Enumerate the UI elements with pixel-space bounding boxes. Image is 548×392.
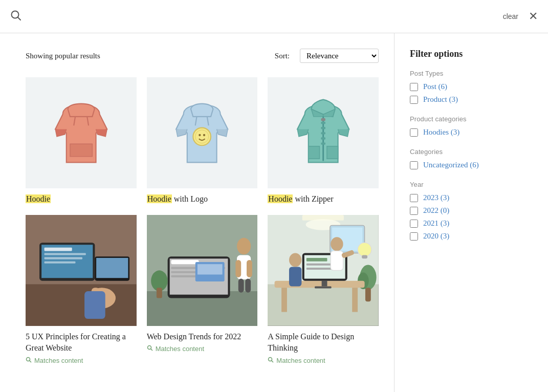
filter-title: Filter options	[410, 49, 533, 59]
filter-option-hoodies[interactable]: Hoodies (3)	[410, 128, 533, 137]
svg-line-32	[30, 360, 32, 362]
filter-label-2021: 2021 (3)	[423, 219, 449, 228]
svg-point-74	[289, 253, 301, 267]
filter-label-uncategorized: Uncategorized (6)	[423, 161, 479, 169]
filter-section-title-post-types: Post Types	[410, 70, 533, 77]
svg-line-52	[150, 349, 152, 351]
filter-option-2020[interactable]: 2020 (3)	[410, 232, 533, 241]
svg-rect-23	[45, 257, 82, 259]
results-area: Showing popular results Sort: Relevance …	[0, 33, 394, 392]
filter-option-post[interactable]: Post (6)	[410, 82, 533, 91]
highlight-hoodie-zipper: Hoodie	[268, 194, 293, 203]
svg-rect-48	[245, 279, 251, 293]
svg-rect-37	[171, 260, 199, 264]
product-card-hoodie-logo[interactable]: Hoodie with Logo	[147, 77, 258, 205]
filter-label-hoodies: Hoodies (3)	[423, 128, 459, 137]
product-image-hoodie-logo	[147, 77, 258, 188]
matches-label-webdesign: Matches content	[156, 345, 204, 353]
matches-content-design-thinking: Matches content	[268, 357, 379, 364]
filter-sidebar: Filter options Post Types Post (6) Produ…	[394, 33, 548, 392]
product-title-hoodie-zipper: Hoodie with Zipper	[268, 193, 379, 205]
svg-rect-70	[322, 281, 327, 287]
filter-checkbox-2023[interactable]	[410, 194, 418, 202]
matches-search-icon-webdesign	[147, 345, 153, 353]
product-title-hoodie: Hoodie	[26, 193, 137, 205]
svg-point-43	[237, 238, 251, 255]
svg-point-76	[331, 237, 343, 251]
product-card-ux-post[interactable]: 5 UX Principles for Creating a Great Web…	[26, 215, 137, 364]
product-card-hoodie-zipper[interactable]: Hoodie with Zipper	[268, 77, 379, 205]
showing-text: Showing popular results	[26, 52, 100, 60]
search-input[interactable]: hoodie	[29, 11, 503, 23]
filter-checkbox-2021[interactable]	[410, 220, 418, 228]
filter-option-2023[interactable]: 2023 (3)	[410, 193, 533, 202]
filter-checkbox-product[interactable]	[410, 96, 418, 104]
product-image-hoodie	[26, 77, 137, 188]
svg-rect-45	[235, 260, 241, 277]
svg-line-1	[18, 17, 21, 20]
svg-rect-22	[45, 253, 86, 255]
svg-rect-73	[362, 255, 367, 259]
matches-content-webdesign: Matches content	[147, 345, 258, 353]
filter-section-post-types: Post Types Post (6) Product (3)	[410, 70, 533, 104]
svg-point-31	[27, 357, 30, 361]
product-card-design-thinking[interactable]: A Simple Guide to Design Thinking Matche…	[268, 215, 379, 364]
product-image-design-thinking	[268, 215, 379, 326]
svg-rect-63	[281, 288, 287, 312]
svg-rect-14	[321, 137, 325, 139]
sort-label: Sort:	[275, 52, 290, 60]
filter-option-2022[interactable]: 2022 (0)	[410, 206, 533, 215]
svg-rect-15	[321, 142, 325, 144]
filter-section-title-categories: Categories	[410, 148, 533, 156]
filter-label-2023: 2023 (3)	[423, 193, 449, 202]
filter-section-title-year: Year	[410, 181, 533, 188]
svg-point-5	[195, 130, 209, 143]
filter-section-title-product-categories: Product categories	[410, 115, 533, 123]
matches-label-ux: Matches content	[34, 357, 83, 364]
svg-rect-64	[353, 288, 358, 312]
svg-rect-71	[315, 287, 332, 289]
product-image-hoodie-zipper	[268, 77, 379, 188]
filter-option-uncategorized[interactable]: Uncategorized (6)	[410, 161, 533, 169]
highlight-hoodie-logo: Hoodie	[147, 194, 172, 203]
filter-checkbox-2022[interactable]	[410, 207, 418, 215]
svg-rect-12	[321, 127, 325, 129]
results-header: Showing popular results Sort: Relevance …	[26, 49, 379, 63]
matches-search-icon-design-thinking	[268, 357, 274, 364]
product-title-webdesign: Web Design Trends for 2022	[147, 331, 258, 342]
matches-search-icon-ux	[26, 357, 32, 364]
svg-rect-77	[331, 251, 343, 270]
filter-checkbox-post[interactable]	[410, 83, 418, 91]
svg-point-7	[203, 134, 205, 136]
filter-section-year: Year 2023 (3) 2022 (0) 2021 (3) 2020 (3)	[410, 181, 533, 241]
svg-rect-18	[26, 284, 137, 325]
product-title-hoodie-logo: Hoodie with Logo	[147, 193, 258, 205]
filter-label-2020: 2020 (3)	[423, 232, 449, 241]
svg-point-79	[269, 357, 272, 361]
filter-section-categories: Categories Uncategorized (6)	[410, 148, 533, 169]
svg-rect-75	[289, 267, 301, 287]
svg-rect-13	[321, 132, 325, 134]
filter-checkbox-2020[interactable]	[410, 232, 418, 241]
svg-rect-67	[306, 258, 327, 262]
svg-point-51	[147, 346, 151, 350]
filter-checkbox-uncategorized[interactable]	[410, 161, 418, 169]
matches-content-ux: Matches content	[26, 357, 137, 364]
svg-rect-24	[45, 262, 76, 264]
product-title-design-thinking: A Simple Guide to Design Thinking	[268, 331, 379, 354]
filter-checkbox-hoodies[interactable]	[410, 128, 418, 137]
product-card-hoodie[interactable]: Hoodie	[26, 77, 137, 205]
svg-point-72	[358, 243, 371, 256]
svg-rect-28	[84, 291, 105, 319]
product-image-ux	[26, 215, 137, 326]
filter-option-2021[interactable]: 2021 (3)	[410, 219, 533, 228]
filter-option-product[interactable]: Product (3)	[410, 95, 533, 104]
svg-point-6	[199, 134, 201, 136]
clear-button[interactable]: clear	[503, 12, 518, 20]
product-card-webdesign[interactable]: Web Design Trends for 2022 Matches conte…	[147, 215, 258, 364]
search-icon	[10, 10, 21, 24]
close-button[interactable]: ✕	[529, 10, 538, 23]
sort-select[interactable]: Relevance Date Price: Low to High Price:…	[300, 49, 379, 63]
svg-rect-16	[321, 118, 325, 121]
svg-rect-42	[198, 264, 223, 274]
